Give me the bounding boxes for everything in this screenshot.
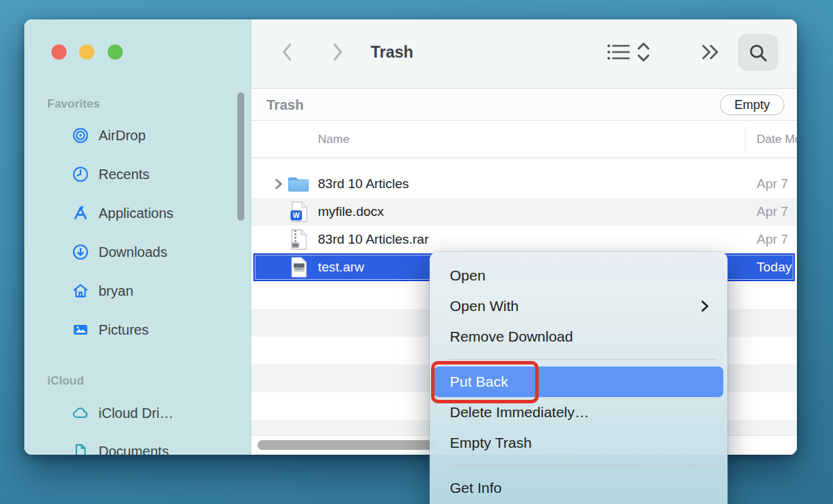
column-divider[interactable]: [745, 127, 746, 151]
menu-separator: [449, 465, 715, 466]
menu-item-empty-trash[interactable]: Empty Trash: [430, 428, 727, 458]
sort-chevrons-icon[interactable]: [634, 41, 653, 63]
document-icon: [71, 442, 90, 455]
file-row-folder[interactable]: 83rd 10 Articles Apr 7: [251, 170, 797, 198]
file-date: Apr 7: [757, 232, 797, 247]
sidebar-scrollbar[interactable]: [237, 92, 244, 221]
list-view-icon[interactable]: [607, 42, 630, 62]
location-title: Trash: [267, 96, 303, 112]
sidebar-item-documents[interactable]: Documents: [71, 442, 169, 455]
menu-item-open-with[interactable]: Open With: [430, 291, 727, 321]
clock-icon: [71, 165, 90, 183]
file-date: Today: [757, 260, 793, 275]
more-toolbar-items-icon[interactable]: [699, 42, 723, 62]
sidebar: Favorites AirDrop Recents: [24, 19, 251, 455]
desktop-background: { "toolbar": { "title": "Trash" }, "side…: [0, 0, 833, 504]
file-name: 83rd 10 Articles.rar: [318, 232, 428, 247]
column-header-name[interactable]: Name: [318, 133, 349, 146]
file-date: Apr 7: [757, 176, 797, 192]
file-name: test.arw: [318, 260, 364, 275]
sidebar-section-icloud: iCloud: [47, 373, 84, 389]
menu-item-remove-download[interactable]: Remove Download: [430, 321, 727, 352]
folder-icon: [286, 174, 311, 194]
sidebar-item-airdrop[interactable]: AirDrop: [71, 126, 146, 145]
close-window-button[interactable]: [51, 44, 67, 60]
menu-item-delete-immediately[interactable]: Delete Immediately…: [430, 397, 727, 428]
submenu-chevron-icon: [700, 299, 709, 313]
file-name: myfile.docx: [318, 204, 384, 219]
zoom-window-button[interactable]: [108, 44, 123, 60]
column-header-date-modified[interactable]: Date Modified: [757, 133, 797, 146]
menu-item-get-info[interactable]: Get Info: [430, 473, 727, 503]
menu-item-open[interactable]: Open: [430, 260, 727, 291]
toolbar: Trash: [251, 19, 797, 89]
airdrop-icon: [71, 126, 90, 144]
sidebar-item-recents[interactable]: Recents: [71, 165, 149, 184]
raw-image-file-icon: [286, 257, 311, 278]
forward-button[interactable]: [329, 42, 346, 62]
back-button[interactable]: [279, 42, 296, 62]
file-row-rar[interactable]: 83rd 10 Articles.rar Apr 7: [251, 226, 797, 253]
sidebar-section-favorites: Favorites: [47, 96, 100, 112]
home-icon: [71, 282, 90, 300]
disclosure-chevron-icon[interactable]: [274, 178, 283, 190]
sidebar-item-icloud-drive[interactable]: iCloud Dri…: [71, 403, 174, 423]
menu-item-put-back[interactable]: Put Back: [434, 367, 723, 397]
horizontal-scrollbar-thumb[interactable]: [258, 440, 436, 450]
minimize-window-button[interactable]: [79, 44, 94, 60]
app-store-icon: [71, 204, 90, 222]
cloud-icon: [71, 404, 90, 422]
photo-icon: [71, 321, 90, 339]
svg-text:W: W: [292, 211, 299, 219]
empty-trash-button[interactable]: Empty: [720, 94, 784, 115]
window-title: Trash: [371, 43, 413, 62]
file-name: 83rd 10 Articles: [318, 176, 409, 192]
download-circle-icon: [71, 243, 90, 261]
sidebar-item-applications[interactable]: Applications: [71, 203, 174, 223]
file-row-docx[interactable]: W myfile.docx Apr 7: [251, 198, 797, 226]
word-document-icon: W: [286, 201, 311, 223]
rar-archive-icon: [286, 229, 311, 251]
sidebar-item-pictures[interactable]: Pictures: [71, 320, 149, 339]
search-icon: [748, 42, 768, 63]
file-date: Apr 7: [757, 204, 797, 219]
context-menu: Open Open With Remove Download Put Back …: [430, 252, 727, 504]
sidebar-item-bryan[interactable]: bryan: [71, 281, 133, 301]
column-header-row: Name Date Modified: [251, 121, 797, 158]
menu-separator: [449, 359, 715, 360]
sidebar-item-downloads[interactable]: Downloads: [71, 242, 167, 262]
search-button[interactable]: [738, 34, 778, 71]
location-header-bar: Trash Empty: [251, 89, 797, 121]
